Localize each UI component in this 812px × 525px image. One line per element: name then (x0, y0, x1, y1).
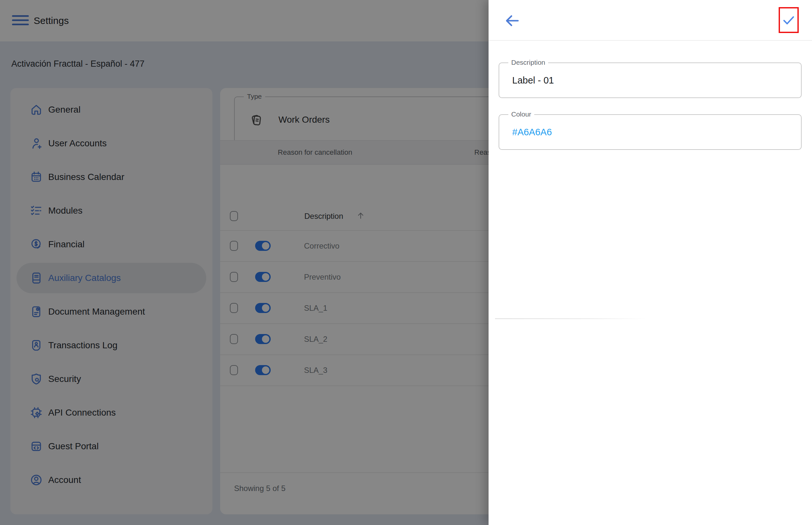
colour-input[interactable]: Colour #A6A6A6 (499, 114, 802, 150)
annotation-red-box (779, 7, 799, 33)
colour-input-value: #A6A6A6 (512, 115, 552, 149)
description-input[interactable]: Description Label - 01 (499, 62, 802, 98)
description-input-value: Label - 01 (512, 63, 554, 97)
back-arrow-icon[interactable] (503, 12, 521, 30)
confirm-check-icon[interactable] (781, 12, 796, 28)
content-shadow-divider (495, 318, 647, 319)
drawer-header (489, 0, 812, 41)
label-edit-drawer: Description Label - 01 Colour #A6A6A6 (489, 0, 812, 525)
